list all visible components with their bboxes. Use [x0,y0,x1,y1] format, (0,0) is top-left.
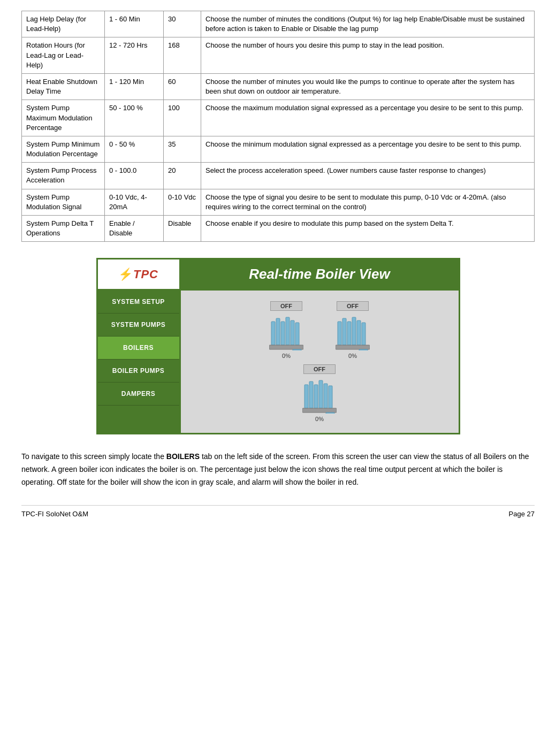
row-label: Heat Enable Shutdown Delay Time [22,73,105,100]
row-label: System Pump Maximum Modulation Percentag… [22,100,105,136]
row-range: 0 - 100.0 [105,163,164,189]
row-label: System Pump Modulation Signal [22,189,105,215]
sidebar-item-boilers[interactable]: BOILERS [98,337,179,360]
row-description: Select the process acceleration speed. (… [201,163,535,189]
boiler-row-1: OFF [269,301,370,359]
sidebar-item-dampers[interactable]: DAMPERS [98,383,179,406]
table-row: System Pump Modulation Signal 0-10 Vdc, … [22,189,535,215]
svg-rect-23 [326,413,334,414]
svg-rect-4 [291,320,294,345]
row-label: Lag Help Delay (for Lead-Help) [22,11,105,37]
table-row: System Pump Delta T Operations Enable / … [22,216,535,242]
boiler-3-status: OFF [303,364,336,374]
svg-rect-13 [362,323,365,345]
row-label: System Pump Process Acceleration [22,163,105,189]
lightning-icon: ⚡ [118,268,133,281]
row-description: Choose enable if you desire to modulate … [201,216,535,242]
boiler-view-wrapper: ⚡TPC Real-time Boiler View SYSTEM SETUPS… [21,258,535,434]
page-footer: TPC-FI SoloNet O&M Page 27 [21,505,535,518]
svg-rect-11 [352,317,356,345]
boiler-title-area: Real-time Boiler View [181,259,459,289]
row-range: 1 - 60 Min [105,11,164,37]
footer-left: TPC-FI SoloNet O&M [21,510,88,518]
table-row: System Pump Minimum Modulation Percentag… [22,136,535,162]
boiler-2-icon [336,312,370,350]
footer-right: Page 27 [509,510,535,518]
svg-rect-16 [304,385,308,408]
row-label: System Pump Minimum Modulation Percentag… [22,136,105,162]
row-range: 0 - 50 % [105,136,164,162]
row-label: System Pump Delta T Operations [22,216,105,242]
row-default: 35 [164,136,201,162]
row-range: Enable / Disable [105,216,164,242]
settings-table: Lag Help Delay (for Lead-Help) 1 - 60 Mi… [21,11,535,242]
boiler-unit-1: OFF [269,301,303,359]
row-description: Choose the number of hours you desire th… [201,37,535,74]
boiler-sidebar: SYSTEM SETUPSYSTEM PUMPSBOILERSBOILER PU… [98,291,181,433]
boiler-3-percent: 0% [315,416,324,422]
boiler-2-percent: 0% [348,353,357,359]
row-range: 0-10 Vdc, 4-20mA [105,189,164,215]
svg-rect-10 [347,322,351,345]
sidebar-item-system-setup[interactable]: SYSTEM SETUP [98,291,179,314]
svg-rect-6 [269,345,303,349]
boiler-title-text: Real-time Boiler View [249,266,390,282]
row-default: 168 [164,37,201,74]
svg-rect-15 [359,349,368,350]
svg-rect-17 [309,381,313,408]
tpc-logo: ⚡TPC [118,268,158,281]
row-label: Rotation Hours (for Lead-Lag or Lead-Hel… [22,37,105,74]
svg-rect-2 [281,322,285,345]
svg-rect-18 [314,385,318,408]
row-description: Choose the type of signal you desire to … [201,189,535,215]
table-row: Heat Enable Shutdown Delay Time 1 - 120 … [22,73,535,100]
row-default: 30 [164,11,201,37]
boiler-3-icon [302,375,337,414]
svg-rect-14 [336,345,370,349]
svg-rect-20 [324,384,327,408]
table-row: Lag Help Delay (for Lead-Help) 1 - 60 Mi… [22,11,535,37]
boiler-view-box: ⚡TPC Real-time Boiler View SYSTEM SETUPS… [96,258,460,434]
svg-rect-21 [329,386,332,408]
row-description: Choose the number of minutes you would l… [201,73,535,100]
svg-rect-22 [302,408,337,413]
sidebar-item-system-pumps[interactable]: SYSTEM PUMPS [98,314,179,337]
boiler-1-icon [269,312,303,350]
boiler-2-status: OFF [337,301,369,311]
boiler-header: ⚡TPC Real-time Boiler View [98,259,459,291]
table-row: System Pump Maximum Modulation Percentag… [22,100,535,136]
boiler-unit-3: OFF 0% [302,364,337,422]
row-range: 1 - 120 Min [105,73,164,100]
table-row: Rotation Hours (for Lead-Lag or Lead-Hel… [22,37,535,74]
row-default: 20 [164,163,201,189]
svg-rect-5 [295,323,299,345]
boiler-unit-2: OFF 0% [336,301,370,359]
svg-rect-0 [271,322,275,345]
row-range: 12 - 720 Hrs [105,37,164,74]
row-range: 50 - 100 % [105,100,164,136]
svg-rect-8 [338,322,341,345]
logo-text: TPC [133,268,158,281]
boiler-1-status: OFF [270,301,302,311]
description-before-bold: To navigate to this screen simply locate… [21,452,166,461]
row-default: 60 [164,73,201,100]
boiler-body: SYSTEM SETUPSYSTEM PUMPSBOILERSBOILER PU… [98,291,459,433]
row-description: Choose the minimum modulation signal exp… [201,136,535,162]
svg-rect-1 [276,318,280,345]
description-bold: BOILERS [166,452,200,461]
svg-rect-7 [293,349,301,350]
table-row: System Pump Process Acceleration 0 - 100… [22,163,535,189]
svg-rect-12 [357,320,361,345]
row-description: Choose the maximum modulation signal exp… [201,100,535,136]
row-default: 100 [164,100,201,136]
boiler-logo-area: ⚡TPC [98,259,181,289]
sidebar-item-boiler-pumps[interactable]: BOILER PUMPS [98,360,179,383]
row-default: 0-10 Vdc [164,189,201,215]
description-paragraph: To navigate to this screen simply locate… [21,450,535,488]
boiler-1-percent: 0% [282,353,291,359]
boiler-content: OFF [181,291,459,433]
svg-rect-3 [286,317,290,345]
row-description: Choose the number of minutes the conditi… [201,11,535,37]
svg-rect-19 [319,380,323,408]
svg-rect-9 [342,318,346,345]
